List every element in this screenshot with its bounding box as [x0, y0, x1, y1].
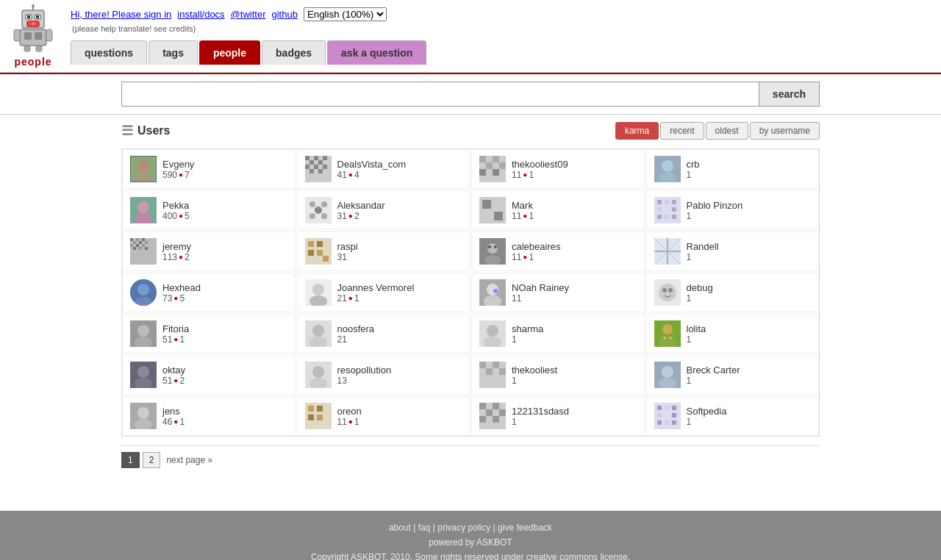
- nav-people[interactable]: people: [199, 40, 260, 65]
- svg-point-113: [662, 324, 673, 334]
- main-content: ☰ Users karma recent oldest by username …: [0, 115, 941, 481]
- svg-rect-32: [493, 156, 499, 162]
- user-cell[interactable]: Mark 11●1: [471, 190, 645, 230]
- svg-rect-141: [493, 403, 499, 409]
- user-cell[interactable]: thekooliest09 11●1: [471, 149, 645, 189]
- svg-rect-143: [499, 409, 506, 416]
- sort-karma[interactable]: karma: [615, 122, 659, 140]
- svg-point-81: [488, 245, 491, 248]
- page-2-button[interactable]: 2: [143, 452, 161, 468]
- svg-rect-71: [139, 247, 142, 250]
- svg-rect-68: [136, 244, 139, 247]
- svg-point-115: [663, 337, 666, 340]
- user-cell[interactable]: Fitoria 51●1: [122, 314, 296, 353]
- footer-powered: powered by ASKBOT: [12, 537, 929, 548]
- svg-point-42: [321, 201, 327, 207]
- user-cell[interactable]: jeremy 113●2: [122, 231, 296, 271]
- logo[interactable]: ? people: [7, 4, 59, 68]
- svg-point-107: [312, 325, 324, 337]
- svg-rect-14: [14, 29, 20, 41]
- logo-icon: ?: [11, 4, 55, 56]
- svg-point-80: [487, 243, 498, 254]
- svg-rect-58: [665, 215, 669, 219]
- search-button[interactable]: search: [759, 82, 820, 107]
- user-cell[interactable]: 122131sdasd 1: [471, 396, 645, 436]
- user-cell[interactable]: oktay 51●2: [122, 355, 296, 395]
- svg-rect-65: [139, 241, 142, 244]
- footer-privacy-link[interactable]: privacy policy: [437, 523, 490, 533]
- search-input[interactable]: [121, 82, 759, 107]
- nav-questions[interactable]: questions: [71, 40, 147, 65]
- user-cell[interactable]: resopollution 13: [297, 355, 470, 395]
- language-select[interactable]: English (100%): [304, 7, 387, 21]
- twitter-link[interactable]: @twitter: [231, 9, 266, 20]
- search-form: search: [121, 82, 820, 107]
- svg-rect-13: [36, 46, 42, 51]
- user-cell[interactable]: lolita 1: [646, 314, 820, 353]
- user-cell[interactable]: DealsVista_com 41●4: [297, 149, 470, 189]
- svg-point-118: [137, 366, 149, 378]
- svg-rect-72: [145, 247, 148, 250]
- svg-rect-30: [479, 156, 486, 162]
- user-cell[interactable]: Pekka 400●5: [122, 190, 296, 230]
- svg-rect-56: [672, 207, 676, 212]
- signin-link[interactable]: Hi, there! Please sign in: [71, 9, 171, 20]
- user-cell[interactable]: Softpedia 1: [646, 396, 820, 436]
- user-cell[interactable]: Joannes Vermorel 21●1: [297, 273, 470, 312]
- nav-badges[interactable]: badges: [262, 40, 326, 65]
- user-cell[interactable]: Pablo Pinzon 1: [646, 190, 820, 230]
- footer-feedback-link[interactable]: give feedback: [498, 523, 552, 533]
- svg-point-43: [310, 213, 315, 219]
- github-link[interactable]: github: [271, 9, 297, 20]
- sort-oldest[interactable]: oldest: [706, 122, 748, 140]
- svg-rect-33: [499, 162, 506, 169]
- user-cell[interactable]: Breck Carter 1: [646, 355, 820, 395]
- svg-rect-76: [308, 250, 314, 256]
- svg-rect-137: [308, 414, 314, 420]
- svg-rect-70: [133, 247, 136, 250]
- svg-rect-69: [142, 244, 145, 247]
- user-cell[interactable]: NOah Rainey 11: [471, 273, 645, 312]
- user-cell[interactable]: Hexhead 73●5: [122, 273, 296, 312]
- svg-point-100: [659, 284, 676, 301]
- svg-point-102: [668, 288, 673, 292]
- user-cell[interactable]: raspi 31: [297, 231, 470, 271]
- footer-about-link[interactable]: about: [389, 523, 411, 533]
- footer-faq-link[interactable]: faq: [418, 523, 431, 533]
- svg-point-110: [487, 325, 498, 337]
- users-title-icon: ☰: [121, 123, 133, 139]
- svg-point-38: [137, 201, 149, 213]
- user-cell[interactable]: Randell 1: [646, 231, 820, 271]
- user-cell[interactable]: oreon 11●1: [297, 396, 470, 436]
- user-cell[interactable]: crb 1: [646, 149, 820, 189]
- svg-point-16: [137, 161, 149, 172]
- page-1-button[interactable]: 1: [121, 452, 140, 468]
- nav-ask[interactable]: ask a question: [327, 40, 426, 65]
- svg-rect-62: [136, 238, 139, 241]
- user-cell[interactable]: Aleksandar 31●2: [297, 190, 470, 230]
- svg-point-104: [137, 325, 149, 337]
- next-page-link[interactable]: next page »: [166, 455, 212, 465]
- users-title: ☰ Users: [121, 123, 170, 139]
- svg-point-98: [493, 289, 498, 293]
- user-cell[interactable]: thekooliest 1: [471, 355, 645, 395]
- user-cell[interactable]: jens 46●1: [122, 396, 296, 436]
- sort-recent[interactable]: recent: [660, 122, 704, 140]
- svg-rect-135: [308, 406, 314, 412]
- svg-rect-138: [317, 414, 323, 420]
- sort-username[interactable]: by username: [750, 122, 820, 140]
- install-docs-link[interactable]: install/docs: [177, 9, 224, 20]
- svg-rect-4: [36, 15, 39, 18]
- user-cell[interactable]: noosfera 21: [297, 314, 470, 353]
- user-cell[interactable]: calebeaires 11●1: [471, 231, 645, 271]
- nav-tags[interactable]: tags: [149, 40, 198, 65]
- svg-point-82: [494, 245, 497, 248]
- user-cell[interactable]: Evgeny 590●7: [122, 149, 296, 189]
- svg-point-17: [135, 172, 152, 182]
- svg-point-44: [321, 213, 327, 219]
- svg-rect-24: [305, 165, 310, 169]
- user-cell[interactable]: sharma 1: [471, 314, 645, 353]
- users-header: ☰ Users karma recent oldest by username: [121, 122, 820, 140]
- user-cell[interactable]: debug 1: [646, 273, 820, 312]
- sort-tabs: karma recent oldest by username: [615, 122, 820, 140]
